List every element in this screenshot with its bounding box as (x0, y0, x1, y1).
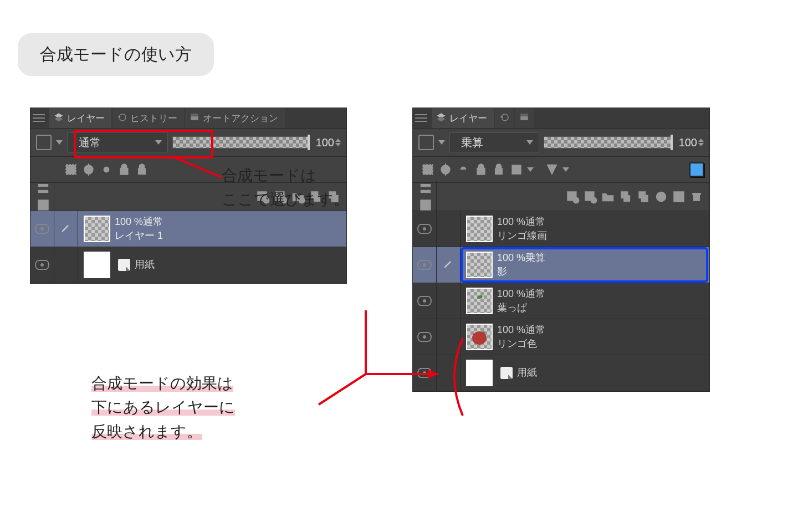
opacity-value[interactable]: 100 (677, 136, 704, 149)
svg-rect-29 (423, 165, 432, 174)
merge-down-icon[interactable] (636, 190, 651, 204)
mask-icon[interactable] (81, 162, 96, 177)
hamburger-icon[interactable] (33, 112, 45, 124)
apply-mask-icon[interactable] (672, 190, 686, 204)
tab-history[interactable] (495, 108, 514, 128)
edit-indicator[interactable] (54, 247, 78, 283)
palette-color-icon[interactable] (36, 135, 52, 150)
new-folder-icon[interactable] (601, 190, 615, 204)
tab-layers[interactable]: レイヤー (49, 108, 111, 128)
hamburger-icon[interactable] (415, 112, 427, 124)
annotation-line: 下にあるレイヤーに (91, 398, 235, 416)
mask-icon[interactable] (438, 162, 453, 177)
panel-view-2-icon[interactable] (36, 198, 50, 212)
svg-rect-27 (520, 116, 528, 120)
layer-row[interactable]: 100 %通常 リンゴ色 (413, 319, 709, 355)
lock-icon[interactable] (492, 162, 506, 177)
chevron-down-icon[interactable] (562, 167, 569, 172)
svg-rect-37 (421, 184, 430, 186)
svg-marker-36 (547, 165, 556, 174)
layer-row[interactable]: 100 %乗算 影 (413, 247, 709, 283)
selection-icon[interactable] (64, 162, 78, 177)
visibility-toggle[interactable] (413, 283, 437, 319)
opacity-slider[interactable] (172, 136, 310, 149)
clip-icon[interactable] (509, 162, 524, 177)
transfer-down-icon[interactable] (618, 190, 633, 204)
edit-indicator[interactable] (437, 283, 461, 319)
layer-row[interactable]: 用紙 (413, 355, 709, 391)
annotation-line: ここで選びます。 (222, 187, 349, 211)
visibility-toggle[interactable] (30, 247, 54, 283)
svg-marker-25 (437, 116, 446, 121)
visibility-toggle[interactable] (30, 211, 54, 247)
tab-autoaction[interactable]: オートアクション (185, 108, 285, 128)
spinner-icon[interactable] (335, 139, 341, 146)
blend-mode-value: 通常 (79, 135, 101, 150)
edit-indicator[interactable] (54, 211, 78, 247)
selection-icon[interactable] (421, 162, 435, 177)
svg-marker-26 (500, 115, 503, 119)
edit-indicator[interactable] (437, 319, 461, 355)
page-title: 合成モードの使い方 (18, 33, 214, 76)
layer-row[interactable]: 100 %通常 レイヤー 1 (30, 211, 346, 247)
panel-view-2-icon[interactable] (418, 198, 433, 212)
annotation-line: 反映されます。 (91, 423, 202, 440)
annotation-line: 合成モードの効果は (91, 375, 233, 392)
palette-color-icon[interactable] (418, 135, 434, 150)
visibility-toggle[interactable] (413, 211, 437, 247)
eye-icon (35, 224, 49, 234)
svg-rect-32 (478, 168, 485, 175)
visibility-toggle[interactable] (413, 355, 437, 391)
link-icon[interactable] (99, 162, 114, 177)
visibility-toggle[interactable] (413, 319, 437, 355)
blend-mode-select[interactable]: 通常 (67, 132, 168, 152)
trash-icon[interactable] (689, 190, 704, 204)
lock-transparent-icon[interactable] (117, 162, 131, 177)
edit-indicator[interactable] (437, 355, 461, 391)
layer-opacity-label: 100 %通常 (497, 216, 547, 228)
mask-create-icon[interactable] (654, 190, 668, 204)
svg-rect-9 (139, 168, 146, 175)
svg-rect-52 (693, 193, 701, 195)
layer-color-chip[interactable] (689, 162, 704, 177)
panel-view-1-icon[interactable] (36, 181, 50, 196)
tab-history[interactable]: ヒストリー (112, 108, 184, 128)
chevron-down-icon[interactable] (56, 140, 63, 145)
reference-icon[interactable] (545, 162, 559, 177)
lock-toolbar (413, 157, 709, 183)
tab-autoaction[interactable] (515, 108, 534, 128)
svg-rect-8 (121, 168, 128, 175)
paper-icon (500, 367, 513, 379)
tab-layers[interactable]: レイヤー (432, 108, 494, 128)
edit-indicator[interactable] (437, 211, 461, 247)
layer-row[interactable]: 用紙 (30, 247, 346, 283)
blend-mode-row: 通常 100 (30, 129, 346, 157)
chevron-down-icon (526, 140, 533, 145)
panel-tabstrip: レイヤー ヒストリー オートアクション (30, 108, 346, 129)
tab-label: レイヤー (67, 112, 105, 125)
layer-action-toolbar (413, 183, 709, 211)
lock-icon[interactable] (135, 162, 149, 177)
opacity-value[interactable]: 100 (314, 136, 341, 149)
layers-icon (54, 112, 64, 125)
paper-icon (118, 259, 130, 271)
new-vector-layer-icon[interactable] (583, 190, 597, 204)
lock-transparent-icon[interactable] (474, 162, 488, 177)
edit-indicator[interactable] (437, 247, 461, 283)
layer-name: 用紙 (517, 366, 537, 379)
visibility-toggle[interactable] (413, 247, 437, 283)
opacity-slider[interactable] (544, 136, 673, 149)
layer-name: リンゴ色 (497, 337, 545, 350)
panel-mode-icons (418, 181, 437, 212)
link-icon[interactable] (456, 162, 470, 177)
layer-name: レイヤー 1 (115, 229, 163, 242)
layer-row[interactable]: 100 %通常 葉っぱ (413, 283, 709, 319)
spinner-icon[interactable] (698, 139, 704, 146)
panel-view-1-icon[interactable] (418, 181, 433, 196)
new-raster-layer-icon[interactable] (565, 190, 580, 204)
chevron-down-icon[interactable] (527, 167, 534, 172)
blend-mode-select[interactable]: 乗算 (449, 132, 539, 152)
svg-point-50 (676, 194, 682, 200)
chevron-down-icon[interactable] (438, 140, 445, 145)
layer-row[interactable]: 100 %通常 リンゴ線画 (413, 211, 709, 247)
